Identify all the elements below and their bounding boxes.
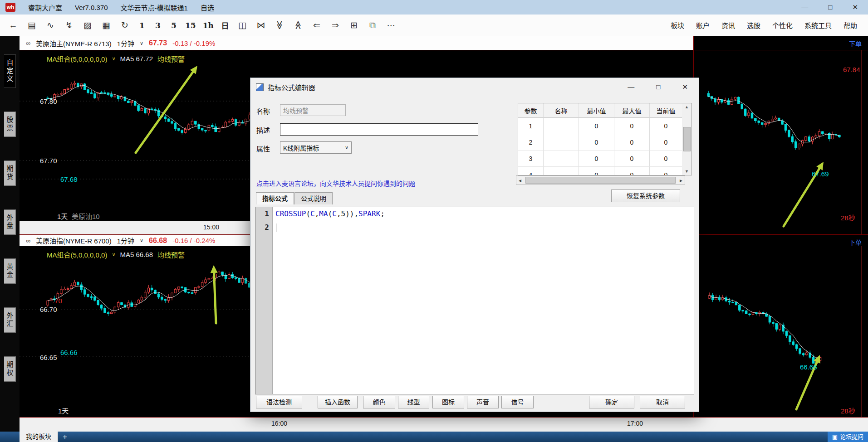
quote-list-icon[interactable]: ▤ — [26, 20, 38, 30]
trend-line-icon[interactable]: ∿ — [44, 20, 56, 30]
menu-account[interactable]: 账户 — [696, 20, 710, 30]
sound-button[interactable]: 声音 — [467, 396, 499, 408]
code-area[interactable]: CROSSUP(C,MA(C,5)),SPARK; — [275, 207, 694, 234]
multi-chart-icon[interactable]: ▨ — [82, 20, 93, 30]
syntax-check-button[interactable]: 语法检测 — [256, 396, 302, 408]
sidebar-tab-overseas[interactable]: 外盘 — [4, 209, 16, 235]
chart-bottom-right[interactable]: 66.66 28秒 — [695, 246, 868, 417]
sidebar-tab-custom[interactable]: 自定义 — [4, 54, 16, 88]
table-horizontal-scrollbar[interactable]: ◂ ▸ — [516, 175, 685, 185]
param-current-cell[interactable]: 0 — [650, 134, 682, 151]
back-icon[interactable]: ← — [7, 20, 19, 30]
window-layout-icon[interactable]: ⧉ — [367, 20, 378, 30]
sidebar-tab-forex[interactable]: 外汇 — [4, 307, 16, 333]
period-day-button[interactable]: 日 — [221, 19, 230, 31]
scroll-left-icon[interactable]: ◂ — [516, 177, 524, 184]
param-index-cell[interactable]: 4 — [518, 167, 544, 175]
scroll-down-icon[interactable]: ▼ — [685, 169, 689, 174]
col-header-current[interactable]: 当前值 — [650, 103, 682, 118]
contract-name-tab[interactable]: 美原油10 — [72, 211, 100, 221]
place-order-link[interactable]: 下单 — [849, 39, 862, 48]
menu-help[interactable]: 帮助 — [843, 20, 857, 30]
period-selector[interactable]: 1分钟 — [117, 39, 134, 48]
window-minimize-button[interactable]: — — [801, 3, 808, 11]
dialog-maximize-button[interactable]: □ — [656, 83, 660, 91]
chevron-down-icon[interactable]: ∨ — [112, 252, 115, 257]
scrollbar-thumb[interactable] — [683, 127, 691, 151]
param-name-cell[interactable] — [544, 167, 579, 175]
period-1hour-button[interactable]: 1h — [203, 21, 214, 30]
col-header-min[interactable]: 最小值 — [579, 103, 614, 118]
tick-chart-icon[interactable]: ↯ — [63, 20, 75, 30]
instrument-name[interactable]: 美原油主(NYME-R 6713) — [36, 39, 112, 48]
param-name-cell[interactable] — [544, 118, 579, 134]
param-name-cell[interactable] — [544, 151, 579, 167]
param-name-cell[interactable] — [544, 134, 579, 151]
menu-personalize[interactable]: 个性化 — [772, 20, 793, 30]
collapse-down-icon[interactable]: ≫ — [274, 19, 284, 31]
compare-icon[interactable]: ◫ — [236, 20, 248, 30]
line-type-button[interactable]: 线型 — [398, 396, 429, 408]
prev-page-icon[interactable]: ⇐ — [311, 20, 323, 30]
refresh-icon[interactable]: ↻ — [119, 20, 131, 30]
chevron-down-icon[interactable]: ∨ — [140, 40, 143, 46]
code-line[interactable] — [275, 221, 694, 234]
chart-top-right[interactable]: 67.84 67.69 28秒 — [695, 50, 868, 234]
param-max-cell[interactable]: 0 — [614, 118, 650, 134]
formula-description-input[interactable] — [280, 123, 478, 136]
insert-function-button[interactable]: 插入函数 — [318, 396, 358, 408]
param-current-cell[interactable]: 0 — [650, 151, 682, 167]
param-min-cell[interactable]: 0 — [579, 118, 614, 134]
ma-settings-label[interactable]: MA组合(5,0,0,0,0,0) — [47, 54, 107, 63]
contract-period-tab[interactable]: 1天 — [58, 406, 69, 415]
collapse-up-icon[interactable]: ≪ — [293, 19, 303, 31]
tab-indicator-formula[interactable]: 指标公式 — [256, 192, 294, 204]
ma-settings-label[interactable]: MA组合(5,0,0,0,0,0) — [47, 250, 107, 259]
param-min-cell[interactable]: 0 — [579, 151, 614, 167]
server-node[interactable]: 文华云节点-模拟联通1 — [121, 3, 188, 12]
param-current-cell[interactable]: 0 — [650, 167, 682, 175]
contract-period-tab[interactable]: 1天 — [57, 211, 68, 221]
color-button[interactable]: 颜色 — [363, 396, 395, 408]
scroll-up-icon[interactable]: ▲ — [685, 105, 689, 109]
sidebar-tab-stocks[interactable]: 股票 — [4, 112, 16, 137]
tab-formula-description[interactable]: 公式说明 — [294, 192, 333, 204]
chevron-down-icon[interactable]: ∨ — [140, 238, 143, 243]
period-selector[interactable]: 1分钟 — [117, 236, 134, 245]
signal-button[interactable]: 信号 — [501, 396, 534, 408]
instrument-name[interactable]: 美原油指(NYME-R 6700) — [36, 236, 112, 245]
param-current-cell[interactable]: 0 — [650, 118, 682, 134]
forum-ask-button[interactable]: ▣ 论坛提问 — [828, 432, 868, 442]
col-header-name[interactable]: 名称 — [544, 103, 579, 118]
dialog-close-button[interactable]: ✕ — [682, 83, 688, 91]
attribute-select[interactable]: K线附属指标 ∨ — [280, 141, 352, 154]
place-order-link[interactable]: 下单 — [849, 238, 862, 247]
param-max-cell[interactable]: 0 — [614, 167, 650, 175]
icon-button[interactable]: 图标 — [432, 396, 464, 408]
period-15min-button[interactable]: 15 — [185, 21, 196, 30]
night-mode-icon[interactable]: ⋈ — [255, 20, 267, 30]
menu-system-tools[interactable]: 系统工具 — [804, 20, 832, 30]
sidebar-tab-options[interactable]: 期权 — [4, 356, 16, 382]
formula-code-editor[interactable]: 1 2 CROSSUP(C,MA(C,5)),SPARK; — [255, 207, 694, 394]
board-tab-my-boards[interactable]: 我的板块 — [20, 432, 58, 442]
period-5min-button[interactable]: 5 — [169, 21, 178, 30]
forum-help-link[interactable]: 点击进入麦语言论坛，向文华技术人员提问你遇到的问题 — [256, 179, 415, 188]
col-header-param[interactable]: 参数 — [518, 103, 544, 118]
param-max-cell[interactable]: 0 — [614, 151, 650, 167]
more-icon[interactable]: ⋯ — [385, 20, 397, 30]
cancel-button[interactable]: 取消 — [640, 396, 685, 408]
period-3min-button[interactable]: 3 — [153, 21, 162, 30]
code-line[interactable]: CROSSUP(C,MA(C,5)),SPARK; — [275, 207, 694, 221]
menu-stock-pick[interactable]: 选股 — [747, 20, 760, 30]
scrollbar-thumb[interactable] — [525, 177, 676, 184]
window-maximize-button[interactable]: □ — [828, 3, 832, 11]
window-close-button[interactable]: ✕ — [852, 3, 858, 11]
formula-name-input[interactable] — [280, 104, 346, 116]
quick-tab-favorites[interactable]: 自选 — [201, 3, 214, 12]
link-icon[interactable]: ∞ — [26, 39, 30, 47]
menu-news[interactable]: 资讯 — [721, 20, 735, 30]
param-index-cell[interactable]: 2 — [518, 134, 544, 151]
chevron-down-icon[interactable]: ∨ — [112, 56, 115, 62]
grid-layout-icon[interactable]: ⊞ — [348, 20, 360, 30]
